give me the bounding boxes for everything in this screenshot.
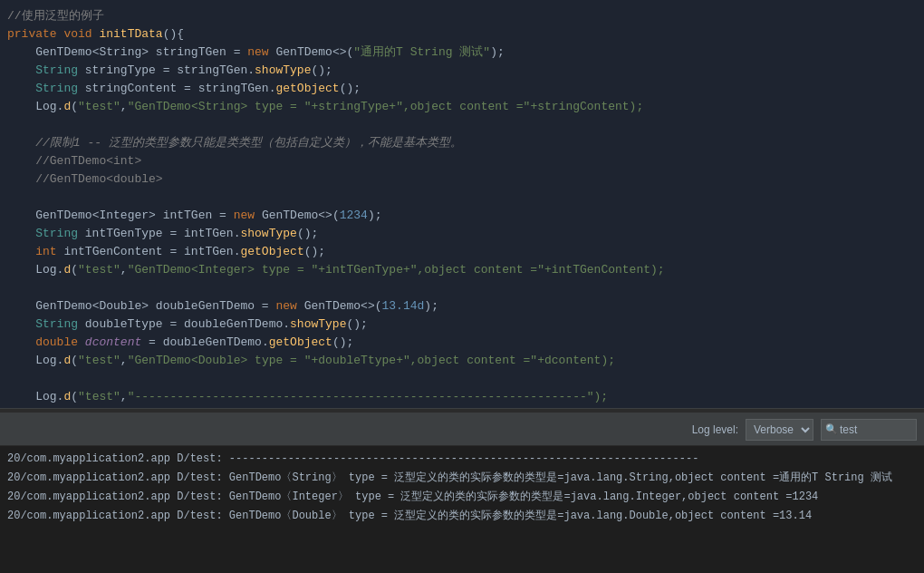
log-content: GenTDemo〈Integer〉 type = 泛型定义的类的实际参数的类型是… [229, 489, 818, 506]
log-tag: 20/com.myapplication2.app D/test: [7, 489, 229, 506]
log-search-box: 🔍 [821, 419, 917, 441]
code-line: Log.d("test","GenTDemo<Double> type = "+… [0, 352, 924, 370]
code-line [0, 279, 924, 297]
logcat-output: 20/com.myapplication2.app D/test: ------… [0, 446, 924, 573]
code-line [0, 370, 924, 388]
code-editor: //使用泛型的例子private void initTData(){ GenTD… [0, 0, 924, 408]
code-line: //GenTDemo<int> [0, 152, 924, 170]
log-entry: 20/com.myapplication2.app D/test: GenTDe… [0, 469, 924, 488]
log-level-select[interactable]: Verbose [746, 419, 813, 441]
code-line [0, 189, 924, 207]
logcat-toolbar: Log level: Verbose 🔍 [0, 413, 924, 446]
code-line: GenTDemo<Double> doubleGenTDemo = new Ge… [0, 297, 924, 316]
code-line: private void initTData(){ [0, 25, 924, 44]
code-line: int intTGenContent = intTGen.getObject()… [0, 243, 924, 261]
code-line: Log.d("test","GenTDemo<String> type = "+… [0, 98, 924, 116]
log-entry: 20/com.myapplication2.app D/test: ------… [0, 450, 924, 469]
code-line: Log.d("test","GenTDemo<Integer> type = "… [0, 261, 924, 279]
code-line: //限制1 -- 泛型的类型参数只能是类类型（包括自定义类），不能是基本类型。 [0, 134, 924, 152]
code-line: GenTDemo<String> stringTGen = new GenTDe… [0, 44, 924, 62]
code-line [0, 116, 924, 134]
log-tag: 20/com.myapplication2.app D/test: [7, 508, 229, 525]
log-entry: 20/com.myapplication2.app D/test: GenTDe… [0, 507, 924, 526]
log-entry: 20/com.myapplication2.app D/test: GenTDe… [0, 488, 924, 507]
log-content: GenTDemo〈String〉 type = 泛型定义的类的实际参数的类型是=… [229, 470, 892, 487]
log-tag: 20/com.myapplication2.app D/test: [7, 451, 229, 468]
search-icon: 🔍 [825, 423, 838, 435]
code-line: double dcontent = doubleGenTDemo.getObje… [0, 334, 924, 352]
log-content: ----------------------------------------… [229, 451, 698, 468]
code-line: String intTGenType = intTGen.showType(); [0, 225, 924, 243]
code-line: //使用泛型的例子 [0, 7, 924, 25]
log-search-input[interactable] [840, 423, 912, 436]
code-line: //GenTDemo<double> [0, 170, 924, 189]
code-line: GenTDemo<Integer> intTGen = new GenTDemo… [0, 207, 924, 225]
code-line: Log.d("test","--------------------------… [0, 388, 924, 406]
code-line: String stringType = stringTGen.showType(… [0, 62, 924, 80]
code-line: String stringContent = stringTGen.getObj… [0, 80, 924, 98]
log-level-label: Log level: [692, 423, 738, 436]
log-content: GenTDemo〈Double〉 type = 泛型定义的类的实际参数的类型是=… [229, 508, 812, 525]
log-tag: 20/com.myapplication2.app D/test: [7, 470, 229, 487]
code-line: String doubleTtype = doubleGenTDemo.show… [0, 316, 924, 334]
